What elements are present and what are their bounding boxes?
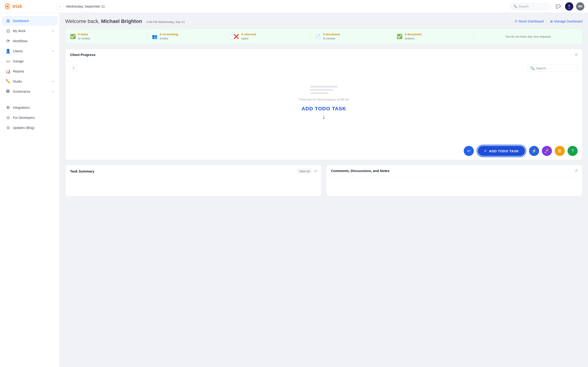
stat-doc-review[interactable]: 📄 0 document to review bbox=[311, 32, 392, 41]
sidebar-icon-studio: ✏️ bbox=[6, 79, 10, 84]
sidebar-label-studio: Studio bbox=[13, 80, 22, 83]
sidebar-item-dashboard[interactable]: ⊞Dashboard bbox=[2, 16, 58, 26]
sidebar-label-clients: Clients bbox=[13, 49, 23, 53]
sidebar: ⊞Dashboard⊡My Work∨⟳Workflows👤Clients∨▭G… bbox=[0, 13, 60, 367]
bottom-actions: ↩ ✓ ADD TODO TASK ⚡ 🚀 🗑 ? bbox=[65, 142, 582, 160]
sidebar-item-governance[interactable]: 🏛Governance∨ bbox=[2, 87, 58, 96]
sidebar-label-updates-blog: Updates (Blog) bbox=[13, 126, 34, 130]
comments-refresh[interactable]: ↺ bbox=[575, 169, 578, 173]
sidebar-chevron-my-work: ∨ bbox=[52, 29, 54, 33]
stat-returned-icon: ❌ bbox=[233, 34, 239, 39]
stat-returned[interactable]: ❌ 0 returned tasks bbox=[229, 32, 311, 41]
sidebar-label-dashboard: Dashboard bbox=[13, 19, 29, 23]
search-bar[interactable]: 🔍 Search bbox=[510, 3, 551, 10]
stat-tasks-text: 0 tasks to review bbox=[78, 32, 90, 41]
filter-button[interactable]: ▽ bbox=[70, 65, 78, 72]
comments-body bbox=[326, 177, 582, 195]
stat-doc-actions[interactable]: ✅ 0 document actions bbox=[392, 32, 474, 41]
sidebar-chevron-studio: ∨ bbox=[52, 80, 54, 83]
sidebar-icon-updates-blog: ⊙ bbox=[6, 125, 10, 130]
messages-button[interactable]: 💬 bbox=[554, 2, 562, 10]
empty-line-3 bbox=[310, 92, 329, 94]
comments-card: Comments, Discussions, and Notes ↺ bbox=[326, 165, 582, 196]
sidebar-label-reports: Reports bbox=[13, 69, 24, 73]
cp-search-input[interactable] bbox=[536, 67, 575, 70]
ai-avatar[interactable] bbox=[565, 2, 573, 10]
stats-bar: ✅ 0 tasks to review 👥 0 co-working invit… bbox=[65, 29, 582, 44]
sidebar-item-reports[interactable]: 📊Reports bbox=[2, 67, 58, 76]
logo[interactable]: trisk bbox=[4, 3, 54, 10]
manage-dashboard-button[interactable]: ⊞ Manage Dashboard bbox=[550, 19, 582, 23]
sidebar-label-my-work: My Work bbox=[13, 29, 26, 33]
sidebar-icon-for-developers: ⊙ bbox=[6, 115, 10, 120]
task-summary-body bbox=[65, 178, 321, 196]
reset-icon: ↺ bbox=[515, 19, 517, 23]
sidebar-icon-workflows: ⟳ bbox=[6, 39, 10, 44]
layout: ⊞Dashboard⊡My Work∨⟳Workflows👤Clients∨▭G… bbox=[0, 13, 588, 367]
logo-text: trisk bbox=[12, 4, 22, 9]
stat-doc-review-text: 0 document to review bbox=[323, 32, 340, 41]
sidebar-item-my-work[interactable]: ⊡My Work∨ bbox=[2, 26, 58, 36]
rocket-button[interactable]: 🚀 bbox=[542, 146, 552, 156]
sidebar-item-for-developers[interactable]: ⊙For Developers bbox=[2, 113, 58, 123]
stat-coworking[interactable]: 👥 0 co-working invites bbox=[147, 32, 229, 41]
lightning-button[interactable]: ⚡ bbox=[529, 146, 539, 156]
client-progress-title: Client Progress bbox=[70, 53, 95, 57]
sidebar-icon-governance: 🏛 bbox=[6, 89, 10, 94]
stat-tasks-icon: ✅ bbox=[70, 34, 76, 39]
stat-returned-text: 0 returned tasks bbox=[242, 32, 256, 41]
stat-coworking-text: 0 co-working invites bbox=[160, 32, 178, 41]
topbar: trisk ‹ Wednesday, September 11 🔍 Search… bbox=[0, 0, 588, 13]
user-avatar[interactable]: MB bbox=[576, 2, 584, 10]
task-summary-refresh[interactable]: ↺ bbox=[314, 169, 317, 173]
sidebar-icon-reports: 📊 bbox=[6, 69, 10, 74]
trash-button[interactable]: 🗑 bbox=[555, 146, 565, 156]
annotation-text: ADD TODO TASK bbox=[302, 106, 346, 112]
annotation-container: ADD TODO TASK ↓ bbox=[75, 106, 573, 120]
empty-state: There are no client progress at the list… bbox=[70, 77, 578, 138]
sidebar-item-updates-blog[interactable]: ⊙Updates (Blog) bbox=[2, 123, 58, 133]
add-todo-button[interactable]: ✓ ADD TODO TASK bbox=[478, 146, 525, 156]
sidebar-item-studio[interactable]: ✏️Studio∨ bbox=[2, 77, 58, 86]
reset-dashboard-button[interactable]: ↺ Reset Dashboard bbox=[515, 19, 544, 23]
back-button[interactable]: ‹ bbox=[57, 3, 63, 10]
sidebar-label-workflows: Workflows bbox=[13, 39, 27, 43]
main-content: Welcome back, Michael Brighton 3:46 PM W… bbox=[60, 13, 588, 367]
undo-button[interactable]: ↩ bbox=[464, 146, 474, 156]
cp-toolbar: ▽ 🔍 bbox=[70, 65, 578, 72]
search-label: Search bbox=[519, 5, 529, 8]
logo-icon bbox=[4, 3, 11, 10]
task-summary-header: Task Summary View all ↺ bbox=[65, 165, 321, 178]
sidebar-item-workflows[interactable]: ⟳Workflows bbox=[2, 36, 58, 46]
header-actions: ↺ Reset Dashboard | ⊞ Manage Dashboard bbox=[515, 19, 582, 23]
stat-doc-review-icon: 📄 bbox=[315, 34, 321, 39]
stat-doc-actions-icon: ✅ bbox=[397, 34, 402, 39]
bottom-cards-row: Task Summary View all ↺ Comments, Discus… bbox=[65, 165, 582, 201]
sidebar-icon-clients: 👤 bbox=[6, 49, 10, 54]
search-icon: 🔍 bbox=[513, 5, 517, 8]
stat-doc-actions-text: 0 document actions bbox=[405, 32, 422, 41]
sidebar-item-integrations[interactable]: ⚙Integrations bbox=[2, 103, 58, 112]
client-progress-refresh[interactable]: ↺ bbox=[575, 52, 578, 57]
client-progress-header: Client Progress ↺ bbox=[65, 49, 582, 61]
topbar-date: Wednesday, September 11 bbox=[66, 5, 105, 8]
welcome-text: Welcome back, Michael Brighton 3:46 PM W… bbox=[65, 18, 185, 24]
ai-avatar-icon bbox=[566, 3, 572, 10]
stat-tasks-review[interactable]: ✅ 0 tasks to review bbox=[65, 32, 147, 41]
sidebar-divider bbox=[4, 99, 56, 100]
task-summary-title: Task Summary bbox=[70, 169, 95, 173]
sidebar-label-garage: Garage bbox=[13, 59, 24, 63]
empty-lines bbox=[310, 86, 338, 94]
sidebar-icon-integrations: ⚙ bbox=[6, 105, 10, 110]
view-all-button[interactable]: View all bbox=[297, 169, 312, 174]
add-todo-highlight: ✓ ADD TODO TASK bbox=[477, 145, 526, 157]
comments-title: Comments, Discussions, and Notes bbox=[331, 169, 389, 173]
empty-line-1 bbox=[310, 86, 338, 88]
help-button[interactable]: ? bbox=[568, 146, 578, 156]
filter-icon: ▽ bbox=[73, 67, 75, 70]
add-todo-label: ADD TODO TASK bbox=[489, 149, 519, 153]
client-progress-body: ▽ 🔍 There are no client progress at the … bbox=[65, 61, 582, 142]
manage-icon: ⊞ bbox=[550, 19, 553, 23]
sidebar-item-clients[interactable]: 👤Clients∨ bbox=[2, 46, 58, 56]
sidebar-item-garage[interactable]: ▭Garage bbox=[2, 56, 58, 66]
